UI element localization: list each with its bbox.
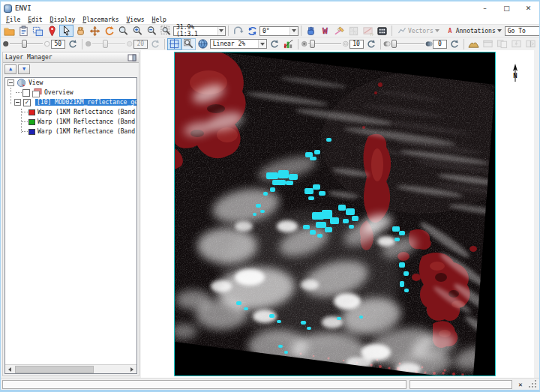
mensuration-button[interactable]: TM — [361, 25, 375, 37]
expand-all-button[interactable]: ▼ — [18, 64, 30, 74]
zoom-in-button[interactable] — [130, 25, 145, 37]
overview-label: Overview — [44, 89, 74, 96]
toolbar-separator — [464, 39, 464, 49]
transparency-value[interactable]: 0 — [433, 40, 447, 49]
zoom-out-button[interactable] — [145, 25, 159, 37]
zoom-level-combo[interactable]: 31.9% (1:3.1 — [173, 26, 226, 36]
main-area: Layer Manager ▲ ▼ View Ov — [1, 50, 539, 378]
refresh-icon — [68, 39, 77, 49]
toolbar-separator — [380, 39, 381, 49]
chevron-down-icon[interactable] — [258, 40, 266, 48]
flicker-button[interactable] — [509, 38, 524, 50]
scrollbar-track[interactable] — [14, 365, 128, 374]
menu-edit[interactable]: Edit — [24, 15, 46, 25]
pan-hand-button[interactable] — [74, 25, 88, 37]
placemark-button[interactable] — [45, 25, 59, 37]
collapse-all-button[interactable]: ▲ — [4, 64, 16, 74]
layer-manager-panel: Layer Manager ▲ ▼ View Ov — [2, 52, 140, 376]
chevron-down-icon — [435, 29, 440, 32]
sharpen-low-icon — [301, 39, 308, 49]
status-close-button[interactable]: ✕ — [515, 380, 526, 389]
rotate-view-button[interactable] — [245, 25, 260, 37]
open-file-button[interactable] — [2, 25, 16, 37]
scrollbar-thumb[interactable] — [15, 366, 94, 373]
blend-button[interactable] — [495, 38, 509, 50]
layer-manager-header: Layer Manager — [3, 52, 139, 63]
brightness-slider[interactable] — [9, 39, 44, 49]
layer-manager-title: Layer Manager — [5, 54, 52, 61]
menu-file[interactable]: File — [2, 15, 24, 25]
tree-row-band-blue[interactable]: Warp (1KM Reflectance (Band 4) [50 — [5, 127, 136, 136]
contrast-refresh-button[interactable] — [148, 38, 162, 50]
contrast-slider[interactable] — [92, 39, 126, 49]
contrast-value[interactable]: 20 — [134, 40, 148, 49]
scroll-left-arrow[interactable] — [5, 365, 14, 374]
portal-button[interactable] — [481, 38, 495, 50]
pan-arrows-button[interactable] — [88, 25, 102, 37]
collapse-expander-icon[interactable] — [8, 79, 14, 86]
satellite-image[interactable] — [175, 52, 495, 376]
resize-grip-icon[interactable] — [529, 380, 538, 389]
stretch-on-box-button[interactable] — [182, 38, 196, 50]
menu-views[interactable]: Views — [122, 15, 148, 25]
minimize-button[interactable]: – — [474, 1, 496, 15]
refresh-icon — [150, 39, 160, 49]
tree-row-raster[interactable]: ✓ [10] MOD021KM_reflectance_geo.dat — [5, 97, 136, 107]
zoom-fit-button[interactable] — [159, 25, 173, 37]
dock-panel-icon[interactable] — [128, 54, 136, 61]
tree-row-view[interactable]: View — [5, 78, 136, 88]
zoom-interactive-button[interactable] — [116, 25, 130, 37]
chip-view-button[interactable] — [31, 25, 45, 37]
sharpen-value[interactable]: 10 — [350, 40, 364, 49]
select-tool-button[interactable] — [59, 25, 74, 37]
stretch-refresh-button[interactable] — [267, 38, 281, 50]
menu-placemarks[interactable]: Placemarks — [79, 15, 122, 25]
stretch-type-combo[interactable]: Linear 2% — [210, 39, 267, 49]
histogram-stretch-button[interactable] — [281, 38, 296, 50]
refresh-icon — [269, 39, 279, 49]
brightness-value[interactable]: 50 — [51, 40, 65, 49]
stretch-on-view-button[interactable] — [167, 38, 182, 50]
rotation-combo[interactable]: 0° — [260, 26, 298, 36]
chevron-down-icon[interactable] — [218, 27, 225, 35]
tree-row-band-green[interactable]: Warp (1KM Reflectance (Band 1) [25 — [5, 117, 136, 127]
tree-row-overview[interactable]: Overview — [5, 88, 136, 97]
menu-help[interactable]: Help — [148, 15, 170, 25]
grid-tool-button[interactable] — [346, 25, 361, 37]
overview-checkbox[interactable] — [22, 89, 30, 97]
tree-connector — [22, 131, 28, 132]
transparency-slider[interactable] — [391, 39, 425, 49]
sharpen-slider[interactable] — [308, 39, 342, 49]
chevron-down-icon[interactable] — [290, 27, 298, 35]
close-button[interactable]: ✕ — [518, 1, 539, 15]
transparency-refresh-button[interactable] — [447, 38, 461, 50]
rotate-tool-button[interactable] — [102, 25, 116, 37]
image-frame[interactable] — [174, 52, 496, 376]
goto-combo[interactable]: Go To — [505, 26, 540, 36]
maximize-button[interactable]: □ — [496, 1, 518, 15]
tree-row-band-red[interactable]: Warp (1KM Reflectance (Band 2) [25 — [5, 107, 136, 117]
portal-w-button[interactable]: W — [318, 25, 332, 37]
vectors-dropdown[interactable]: Vectors — [394, 26, 442, 35]
full-extent-button[interactable] — [196, 38, 210, 50]
sharpen-refresh-button[interactable] — [364, 38, 378, 50]
annotation-draw-button[interactable] — [332, 25, 346, 37]
tree-horizontal-scrollbar[interactable] — [5, 364, 136, 373]
swipe-button[interactable] — [524, 38, 538, 50]
brightness-refresh-button[interactable] — [65, 38, 80, 50]
collapse-expander-icon[interactable] — [14, 99, 21, 106]
terrain-button[interactable] — [466, 38, 481, 50]
menu-display[interactable]: Display — [46, 15, 80, 25]
brightness-dark-icon — [2, 39, 9, 49]
raster-checkbox[interactable]: ✓ — [23, 99, 31, 106]
scroll-right-arrow[interactable] — [128, 365, 136, 374]
stretch-type-value: Linear 2% — [213, 40, 245, 47]
data-manager-button[interactable] — [16, 25, 31, 37]
annotations-dropdown[interactable]: A Annotations — [442, 26, 505, 35]
placemark-pin-icon — [46, 25, 58, 37]
cursor-value-button[interactable] — [375, 25, 389, 37]
fly-tool-button[interactable] — [304, 25, 318, 37]
image-view-area[interactable]: N — [141, 50, 534, 378]
svg-text:W: W — [322, 26, 328, 36]
rotate-up-button[interactable] — [231, 25, 245, 37]
